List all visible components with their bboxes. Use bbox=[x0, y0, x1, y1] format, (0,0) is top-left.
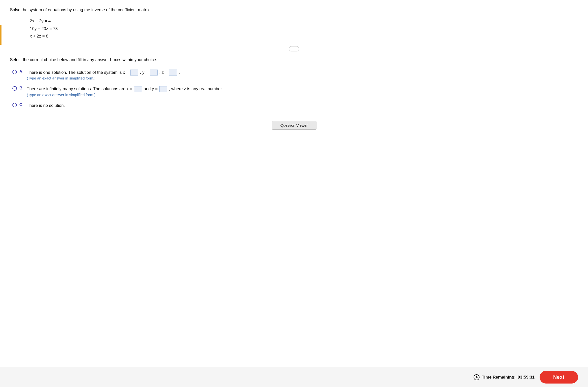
clock-icon bbox=[473, 374, 480, 381]
equations-block: 2x − 2y = 4 10y + 20z = 73 x + 2z = 8 bbox=[30, 17, 578, 40]
time-label: Time Remaining: bbox=[482, 375, 516, 380]
choice-b-suffix: , where z is any real number. bbox=[169, 86, 223, 91]
answer-input-bx[interactable] bbox=[134, 86, 142, 92]
choice-a-text: There is one solution. The solution of t… bbox=[27, 70, 180, 75]
input-z[interactable] bbox=[169, 70, 177, 76]
choice-a-suffix: . bbox=[179, 70, 180, 75]
question-viewer-button[interactable]: Question Viewer bbox=[272, 121, 316, 130]
divider-line-left bbox=[10, 49, 286, 49]
equation-1: 2x − 2y = 4 bbox=[30, 17, 578, 25]
equation-2: 10y + 20z = 73 bbox=[30, 25, 578, 33]
choice-a-middle2: , z = bbox=[159, 70, 168, 75]
choice-b-text: There are infinitely many solutions. The… bbox=[27, 86, 223, 91]
answer-input-y[interactable] bbox=[150, 70, 158, 76]
input-x[interactable] bbox=[131, 70, 138, 76]
input-bx[interactable] bbox=[134, 87, 142, 92]
answer-input-by[interactable] bbox=[159, 86, 167, 92]
answer-input-z[interactable] bbox=[169, 70, 177, 76]
input-by[interactable] bbox=[160, 87, 167, 92]
choice-label-a: A. bbox=[19, 69, 24, 74]
time-value: 03:59:31 bbox=[518, 375, 535, 380]
footer-bar: Time Remaining: 03:59:31 Next bbox=[0, 367, 588, 387]
choice-b-middle: and y = bbox=[144, 86, 158, 91]
problem-statement: Solve the system of equations by using t… bbox=[10, 7, 578, 12]
choices-container: A. There is one solution. The solution o… bbox=[12, 69, 578, 109]
choice-a-content: There is one solution. The solution of t… bbox=[27, 69, 180, 80]
choice-b-note: (Type an exact answer in simplified form… bbox=[27, 93, 223, 97]
left-accent-bar bbox=[0, 25, 1, 45]
choice-c-text: There is no solution. bbox=[27, 103, 65, 108]
choice-label-b: B. bbox=[19, 86, 24, 91]
choice-label-c: C. bbox=[19, 102, 24, 107]
choice-row-a: A. There is one solution. The solution o… bbox=[12, 69, 578, 80]
next-button[interactable]: Next bbox=[540, 371, 578, 384]
choice-b-content: There are infinitely many solutions. The… bbox=[27, 86, 223, 97]
divider-dots: · · · bbox=[289, 46, 299, 51]
choice-c-content: There is no solution. bbox=[27, 102, 65, 109]
divider: · · · bbox=[10, 46, 578, 51]
instruction-text: Select the correct choice below and fill… bbox=[10, 57, 578, 62]
radio-b[interactable] bbox=[12, 86, 17, 91]
time-remaining-container: Time Remaining: 03:59:31 bbox=[473, 374, 535, 381]
equation-3: x + 2z = 8 bbox=[30, 33, 578, 40]
choice-b-prefix: There are infinitely many solutions. The… bbox=[27, 86, 132, 91]
choice-row-b: B. There are infinitely many solutions. … bbox=[12, 86, 578, 97]
divider-line-right bbox=[302, 49, 578, 49]
choice-a-middle1: , y = bbox=[140, 70, 148, 75]
choice-a-note: (Type an exact answer in simplified form… bbox=[27, 76, 180, 80]
input-y[interactable] bbox=[150, 70, 157, 76]
radio-c[interactable] bbox=[12, 103, 17, 107]
choice-row-c: C. There is no solution. bbox=[12, 102, 578, 109]
radio-a[interactable] bbox=[12, 70, 17, 74]
answer-input-x[interactable] bbox=[130, 70, 138, 76]
choice-a-prefix: There is one solution. The solution of t… bbox=[27, 70, 129, 75]
